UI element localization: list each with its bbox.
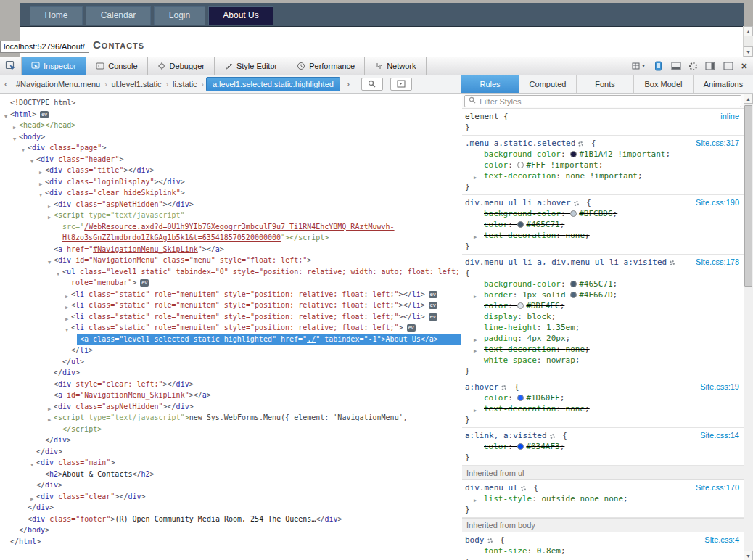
breadcrumb-back-icon[interactable]: ‹ (0, 79, 12, 89)
property-name[interactable]: list-style (484, 494, 532, 503)
markup-node[interactable]: ▼<div class="main"> (0, 457, 461, 469)
tab-box-model[interactable]: Box Model (634, 75, 694, 93)
markup-node[interactable]: <div style="clear: left;"></div> (0, 379, 461, 390)
property-name[interactable]: background-color (484, 279, 561, 289)
nav-tab-calendar[interactable]: Calendar (86, 6, 151, 25)
property-value[interactable]: #465C71 (526, 220, 559, 229)
markup-node[interactable]: ▼<div id="NavigationMenu" class="menu" s… (0, 255, 461, 266)
markup-node[interactable]: <a id="NavigationMenu_SkipLink"></a> (0, 390, 461, 401)
event-badge[interactable]: ev (429, 291, 437, 298)
property-value[interactable]: outside none none (541, 494, 623, 503)
markup-node[interactable]: ▶<li class="static" role="menuitem" styl… (0, 311, 461, 323)
markup-node[interactable]: ▼<li class="static" role="menuitem" styl… (0, 322, 461, 334)
rule-selector[interactable]: .menu a.static.selected (465, 139, 575, 148)
pick-element-button[interactable] (0, 57, 22, 75)
property-value[interactable]: #BFCBD6 (579, 209, 612, 218)
css-declaration[interactable]: color: #465C71; (465, 219, 741, 230)
event-badge[interactable]: ev (429, 313, 437, 321)
event-badge[interactable]: ev (407, 324, 416, 332)
search-html-button[interactable] (361, 78, 383, 91)
rule-source-link[interactable]: Site.css:190 (696, 197, 739, 208)
scroll-up-icon[interactable]: ▲ (744, 26, 753, 36)
property-value[interactable]: none (566, 404, 585, 413)
expand-property-icon[interactable]: ▶ (474, 232, 477, 243)
property-name[interactable]: line-height (484, 323, 537, 332)
markup-node[interactable]: </div> (0, 367, 461, 379)
tab-performance[interactable]: Performance (287, 57, 365, 75)
rule-source-link[interactable]: Site.css:170 (696, 482, 739, 493)
scroll-down-icon[interactable]: ▼ (744, 46, 753, 57)
expand-pane-button[interactable] (390, 78, 412, 91)
property-value[interactable]: #4E667D (579, 290, 612, 300)
rule-source-link[interactable]: Site.css:14 (700, 430, 739, 441)
selector-highlight-icon[interactable] (501, 385, 506, 390)
property-value[interactable]: #FFF !important (526, 160, 598, 170)
property-value[interactable]: 1px solid (522, 290, 570, 300)
rule-source-link[interactable]: Site.css:178 (696, 257, 739, 268)
markup-node[interactable]: ▼<div class="header"> (0, 154, 461, 165)
property-name[interactable]: color (484, 160, 508, 170)
property-value[interactable]: #1D60FF (526, 393, 559, 403)
property-value[interactable]: #034AF3 (526, 442, 559, 451)
responsive-mode-icon[interactable] (653, 61, 663, 71)
scroll-down-icon[interactable]: ▼ (744, 551, 753, 560)
markup-node[interactable]: ▶<div class="title"></div> (0, 165, 461, 176)
property-name[interactable]: background-color (484, 149, 561, 159)
property-value[interactable]: nowrap (546, 355, 575, 365)
markup-node[interactable]: <!DOCTYPE html> (0, 97, 461, 109)
tab-computed[interactable]: Computed (519, 75, 577, 93)
selector-highlight-icon[interactable] (578, 141, 583, 147)
tab-fonts[interactable]: Fonts (577, 75, 634, 93)
selector-highlight-icon[interactable] (550, 434, 555, 439)
breadcrumb-item[interactable]: li.static (168, 80, 202, 88)
dock-window-icon[interactable] (723, 62, 733, 70)
markup-node[interactable]: ▶<script type="text/javascript">new Sys.… (0, 412, 461, 424)
color-swatch[interactable] (517, 395, 524, 401)
property-name[interactable]: color (484, 220, 508, 229)
css-declaration[interactable]: ▶text-decoration: none; (465, 230, 741, 241)
css-declaration[interactable]: ▶text-decoration: none; (465, 403, 741, 414)
expand-property-icon[interactable]: ▶ (474, 405, 477, 416)
property-name[interactable]: padding (484, 334, 517, 343)
property-name[interactable]: text-decoration (484, 345, 556, 354)
split-console-icon[interactable] (671, 62, 681, 70)
css-declaration[interactable]: line-height: 1.35em; (465, 322, 741, 333)
css-declaration[interactable]: color: #FFF !important; (465, 160, 741, 170)
attribute-link[interactable]: /WebResource.axd?d=0U1h9YIb7GXeqoqrr3mbc… (84, 223, 394, 231)
markup-node-selected[interactable]: <a class="level1 selected static highlig… (77, 334, 461, 345)
property-value[interactable]: 1.35em (546, 323, 575, 332)
color-swatch[interactable] (570, 210, 577, 217)
expand-property-icon[interactable]: ▶ (474, 173, 477, 184)
tab-animations[interactable]: Animations (694, 75, 753, 93)
markup-node[interactable]: </ul> (0, 356, 461, 368)
markup-node[interactable]: ▶<div class="loginDisplay"></div> (0, 176, 461, 188)
rule-source-link[interactable]: Site.css:4 (704, 535, 739, 545)
breadcrumb-item[interactable]: #NavigationMenu.menu (12, 80, 104, 88)
rule-selector[interactable]: div.menu ul li a:hover (465, 198, 571, 207)
selector-highlight-icon[interactable] (521, 486, 526, 491)
color-swatch[interactable] (517, 162, 524, 168)
markup-node[interactable]: <a href="#NavigationMenu_SkipLink"></a> (0, 244, 461, 255)
tab-style-editor[interactable]: Style Editor (215, 57, 287, 75)
property-name[interactable]: display (484, 312, 517, 321)
twisty-icon[interactable]: ▼ (63, 325, 70, 337)
rule-source-link[interactable]: inline (720, 111, 739, 122)
property-value[interactable]: #465C71 (579, 279, 612, 289)
markup-node[interactable]: ▼<div class="clear hideSkiplink"> (0, 187, 461, 199)
breadcrumb-forward-icon[interactable]: › (342, 79, 354, 89)
rule-source-link[interactable]: Site.css:317 (696, 138, 739, 149)
property-name[interactable]: white-space (484, 355, 537, 365)
property-name[interactable]: text-decoration (484, 404, 556, 413)
rule-selector[interactable]: div.menu ul (465, 483, 518, 493)
color-swatch[interactable] (570, 151, 577, 157)
tab-network[interactable]: Network (365, 57, 426, 75)
rules-scrollbar[interactable]: ▲ ▼ (744, 94, 753, 560)
property-value[interactable]: block (527, 312, 551, 321)
rule-selector[interactable]: element (465, 112, 498, 121)
rule-selector[interactable]: div.menu ul li a, div.menu ul li a:visit… (465, 258, 667, 267)
rule-selector[interactable]: a:link, a:visited (465, 431, 547, 440)
rule-selector[interactable]: body (465, 535, 485, 545)
property-value[interactable]: none (566, 345, 585, 354)
markup-node[interactable]: src="/WebResource.axd?d=0U1h9YIb7GXeqoqr… (0, 221, 461, 233)
markup-node[interactable]: role="menubar">ev (0, 277, 461, 289)
